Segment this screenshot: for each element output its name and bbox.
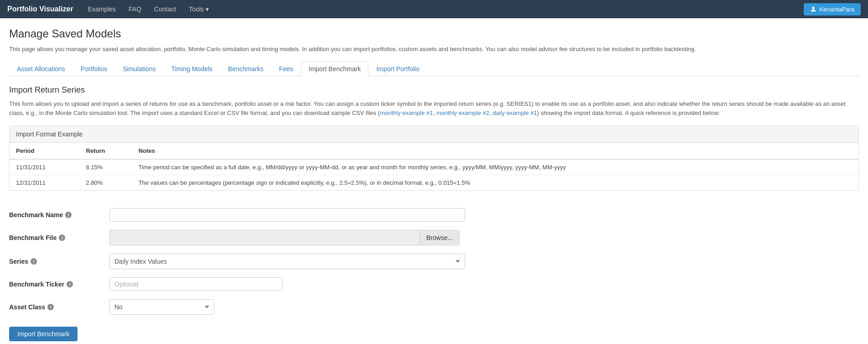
asset-class-label: Asset Class i <box>9 303 109 311</box>
col-return: Return <box>80 143 132 159</box>
format-panel-body: Period Return Notes 11/31/2011 8.15% Tim… <box>10 143 858 190</box>
benchmark-ticker-row: Benchmark Ticker i <box>9 277 859 291</box>
import-benchmark-button[interactable]: Import Benchmark <box>9 327 78 341</box>
format-panel-header: Import Format Example <box>10 126 858 143</box>
browse-button[interactable]: Browse... <box>419 230 460 245</box>
asset-class-row: Asset Class i No Yes <box>9 299 859 315</box>
format-panel: Import Format Example Period Return Note… <box>9 125 859 191</box>
col-period: Period <box>10 143 80 159</box>
import-btn-row: Import Benchmark <box>9 323 859 341</box>
benchmark-file-label: Benchmark File i <box>9 234 109 241</box>
file-input-container: Browse... <box>109 230 460 245</box>
benchmark-name-label: Benchmark Name i <box>9 211 109 219</box>
main-content: Manage Saved Models This page allows you… <box>0 18 868 344</box>
page-title: Manage Saved Models <box>9 27 859 40</box>
section-description: This form allows you to upload and impor… <box>9 99 859 119</box>
benchmark-name-input[interactable] <box>109 208 465 222</box>
tab-import-portfolio[interactable]: Import Portfolio <box>368 61 427 76</box>
tab-fees[interactable]: Fees <box>271 61 301 76</box>
navbar-link-examples[interactable]: Examples <box>83 2 121 16</box>
row1-period: 11/31/2011 <box>10 159 80 175</box>
tab-simulations[interactable]: Simulations <box>115 61 163 76</box>
format-table: Period Return Notes 11/31/2011 8.15% Tim… <box>10 143 858 190</box>
table-row: 12/31/2011 2.80% The values can be perce… <box>10 175 858 191</box>
benchmark-ticker-input[interactable] <box>109 277 283 291</box>
navbar-brand[interactable]: Portfolio Visualizer <box>7 5 73 13</box>
navbar-right: KenardaPara <box>804 3 861 16</box>
series-row: Series i Daily Index Values Monthly Retu… <box>9 254 859 269</box>
tab-timing-models[interactable]: Timing Models <box>164 61 221 76</box>
desc-part4: ) showing the import data format. A quic… <box>537 109 720 116</box>
row1-notes: Time period can be specified as a full d… <box>132 159 858 175</box>
benchmark-name-row: Benchmark Name i <box>9 208 859 222</box>
navbar-links: Examples FAQ Contact Tools ▾ <box>83 2 804 16</box>
row2-period: 12/31/2011 <box>10 175 80 191</box>
user-name: KenardaPara <box>819 6 854 13</box>
user-icon <box>810 6 816 12</box>
series-info-icon[interactable]: i <box>31 258 37 265</box>
benchmark-ticker-info-icon[interactable]: i <box>67 281 73 287</box>
desc-part2: , <box>433 109 436 116</box>
row2-notes: The values can be percentages (percentag… <box>132 175 858 191</box>
navbar-link-faq[interactable]: FAQ <box>123 2 147 16</box>
monthly-example-2-link[interactable]: monthly example #2 <box>436 109 489 116</box>
format-table-header-row: Period Return Notes <box>10 143 858 159</box>
page-description: This page allows you manage your saved a… <box>9 45 859 54</box>
desc-part3: , <box>489 109 492 116</box>
asset-class-info-icon[interactable]: i <box>47 304 54 310</box>
col-notes: Notes <box>132 143 858 159</box>
row2-return: 2.80% <box>80 175 132 191</box>
daily-example-1-link[interactable]: daily example #1 <box>493 109 537 116</box>
tab-benchmarks[interactable]: Benchmarks <box>220 61 271 76</box>
user-menu-button[interactable]: KenardaPara <box>804 3 861 16</box>
benchmark-ticker-label: Benchmark Ticker i <box>9 281 109 288</box>
benchmark-name-info-icon[interactable]: i <box>65 212 72 218</box>
tabs-container: Asset Allocations Portfolios Simulations… <box>9 61 859 76</box>
file-input-display <box>109 230 419 245</box>
tab-asset-allocations[interactable]: Asset Allocations <box>9 61 73 76</box>
navbar-link-tools[interactable]: Tools ▾ <box>183 2 214 16</box>
navbar-link-contact[interactable]: Contact <box>149 2 181 16</box>
navbar: Portfolio Visualizer Examples FAQ Contac… <box>0 0 868 18</box>
asset-class-select[interactable]: No Yes <box>109 299 214 315</box>
import-form: Benchmark Name i Benchmark File i Browse… <box>9 203 859 344</box>
tab-portfolios[interactable]: Portfolios <box>73 61 115 76</box>
series-label: Series i <box>9 258 109 265</box>
benchmark-file-info-icon[interactable]: i <box>59 235 65 241</box>
tab-import-benchmark[interactable]: Import Benchmark <box>301 61 368 76</box>
series-select[interactable]: Daily Index Values Monthly Returns Daily… <box>109 254 465 269</box>
section-title: Import Return Series <box>9 85 859 95</box>
benchmark-file-row: Benchmark File i Browse... <box>9 230 859 245</box>
row1-return: 8.15% <box>80 159 132 175</box>
monthly-example-1-link[interactable]: monthly example #1 <box>380 109 433 116</box>
table-row: 11/31/2011 8.15% Time period can be spec… <box>10 159 858 175</box>
